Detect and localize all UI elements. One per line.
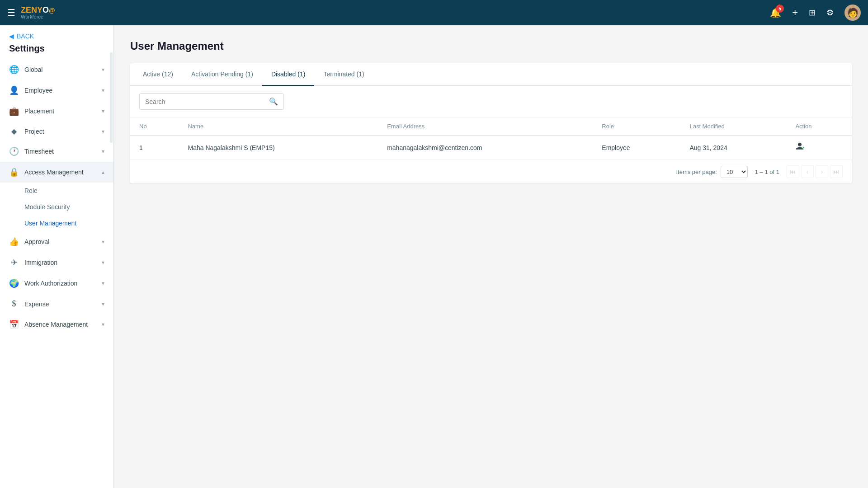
tab-active[interactable]: Active (12) <box>134 63 182 86</box>
search-input-wrapper: 🔍 <box>139 93 284 110</box>
sidebar-back-button[interactable]: ◀ BACK <box>0 25 113 42</box>
sidebar-label-global: Global <box>24 66 96 73</box>
sidebar-label-placement: Placement <box>24 108 96 115</box>
sidebar-label-work-authorization: Work Authorization <box>24 280 96 287</box>
sidebar-label-timesheet: Timesheet <box>24 148 96 155</box>
chevron-down-icon: ▾ <box>102 280 104 286</box>
page-title: User Management <box>130 40 852 52</box>
cell-last-modified: Aug 31, 2024 <box>680 136 786 160</box>
back-label: BACK <box>17 33 34 40</box>
employee-icon: 👤 <box>9 85 19 95</box>
sidebar-item-immigration[interactable]: ✈ Immigration ▾ <box>0 252 113 273</box>
work-authorization-icon: 🌍 <box>9 278 19 288</box>
main-content: User Management Active (12) Activation P… <box>114 25 868 488</box>
sidebar-item-approval[interactable]: 👍 Approval ▾ <box>0 231 113 252</box>
sidebar-item-timesheet[interactable]: 🕐 Timesheet ▾ <box>0 141 113 162</box>
col-name: Name <box>179 117 378 136</box>
back-arrow-icon: ◀ <box>9 33 14 40</box>
sidebar-label-expense: Expense <box>24 300 96 308</box>
sidebar-scrollbar <box>110 52 113 143</box>
immigration-icon: ✈ <box>9 258 19 267</box>
sidebar-item-module-security[interactable]: Module Security <box>24 199 113 215</box>
tab-terminated[interactable]: Terminated (1) <box>314 63 373 86</box>
settings-icon[interactable]: ⚙ <box>826 8 834 18</box>
sidebar-label-employee: Employee <box>24 87 96 94</box>
sidebar-title: Settings <box>0 42 113 59</box>
chevron-down-icon: ▾ <box>102 108 104 114</box>
sidebar-item-user-management[interactable]: User Management <box>24 215 113 231</box>
tab-activation-pending[interactable]: Activation Pending (1) <box>182 63 262 86</box>
sidebar-item-expense[interactable]: $ Expense ▾ <box>0 294 113 314</box>
tab-disabled[interactable]: Disabled (1) <box>262 63 314 86</box>
col-email: Email Address <box>378 117 593 136</box>
chevron-down-icon: ▾ <box>102 128 104 135</box>
timesheet-icon: 🕐 <box>9 146 19 156</box>
search-input[interactable] <box>145 98 269 105</box>
sidebar: ◀ BACK Settings 🌐 Global ▾ 👤 Employee ▾ … <box>0 25 114 488</box>
action-button[interactable] <box>795 142 804 153</box>
pagination: Items per page: 10 25 50 100 1 – 1 of 1 … <box>130 160 852 183</box>
page-info: 1 – 1 of 1 <box>755 169 779 175</box>
sidebar-item-employee[interactable]: 👤 Employee ▾ <box>0 80 113 101</box>
placement-icon: 💼 <box>9 106 19 116</box>
sidebar-item-placement[interactable]: 💼 Placement ▾ <box>0 101 113 122</box>
absence-management-icon: 📅 <box>9 319 19 329</box>
page-navigation: ⏮ ‹ › ⏭ <box>787 165 843 178</box>
logo-text: ZENYO@ <box>21 6 55 14</box>
user-activate-icon <box>795 142 804 151</box>
notification-icon[interactable]: 🔔 5 <box>770 7 781 18</box>
table-body: 1 Maha Nagalakshmi S (EMP15) mahanagalak… <box>130 136 852 160</box>
app-logo: ZENYO@ Workforce <box>21 6 55 19</box>
col-last-modified: Last Modified <box>680 117 786 136</box>
cell-no: 1 <box>130 136 179 160</box>
sidebar-label-access-management: Access Management <box>24 169 96 176</box>
items-per-page: Items per page: 10 25 50 100 <box>676 166 747 178</box>
cell-role: Employee <box>593 136 680 160</box>
user-table: No Name Email Address Role Last Modified… <box>130 117 852 160</box>
avatar[interactable]: 🧑 <box>844 5 861 21</box>
items-per-page-label: Items per page: <box>676 169 717 175</box>
sidebar-item-absence-management[interactable]: 📅 Absence Management ▾ <box>0 314 113 335</box>
sidebar-item-role[interactable]: Role <box>24 183 113 199</box>
chevron-down-icon: ▾ <box>102 66 104 73</box>
sidebar-label-approval: Approval <box>24 238 96 245</box>
approval-icon: 👍 <box>9 237 19 247</box>
top-navigation: ☰ ZENYO@ Workforce 🔔 5 + ⊞ ⚙ 🧑 <box>0 0 868 25</box>
access-management-submenu: Role Module Security User Management <box>0 183 113 231</box>
tabs: Active (12) Activation Pending (1) Disab… <box>130 63 852 86</box>
grid-icon[interactable]: ⊞ <box>809 8 816 18</box>
body: ◀ BACK Settings 🌐 Global ▾ 👤 Employee ▾ … <box>0 25 868 488</box>
sidebar-label-project: Project <box>24 128 96 135</box>
expense-icon: $ <box>9 299 19 309</box>
topnav-left: ☰ ZENYO@ Workforce <box>7 6 55 19</box>
sidebar-item-global[interactable]: 🌐 Global ▾ <box>0 59 113 80</box>
chevron-down-icon: ▾ <box>102 259 104 266</box>
project-icon: ◆ <box>9 127 19 136</box>
notification-badge: 5 <box>776 5 784 13</box>
cell-name: Maha Nagalakshmi S (EMP15) <box>179 136 378 160</box>
topnav-right: 🔔 5 + ⊞ ⚙ 🧑 <box>770 5 861 21</box>
sidebar-item-access-management[interactable]: 🔒 Access Management ▴ <box>0 162 113 183</box>
search-bar: 🔍 <box>130 86 852 117</box>
sidebar-item-work-authorization[interactable]: 🌍 Work Authorization ▾ <box>0 273 113 294</box>
sidebar-item-project[interactable]: ◆ Project ▾ <box>0 122 113 141</box>
search-icon: 🔍 <box>269 97 278 106</box>
add-icon[interactable]: + <box>792 7 798 19</box>
chevron-down-icon: ▾ <box>102 321 104 328</box>
sidebar-label-absence-management: Absence Management <box>24 321 96 328</box>
first-page-button[interactable]: ⏮ <box>787 165 799 178</box>
sidebar-label-immigration: Immigration <box>24 259 96 266</box>
col-no: No <box>130 117 179 136</box>
user-management-card: Active (12) Activation Pending (1) Disab… <box>130 63 852 183</box>
hamburger-menu-icon[interactable]: ☰ <box>7 7 15 18</box>
table-header: No Name Email Address Role Last Modified… <box>130 117 852 136</box>
chevron-down-icon: ▾ <box>102 87 104 94</box>
col-role: Role <box>593 117 680 136</box>
items-per-page-select[interactable]: 10 25 50 100 <box>721 166 748 178</box>
col-action: Action <box>786 117 852 136</box>
next-page-button[interactable]: › <box>816 165 828 178</box>
prev-page-button[interactable]: ‹ <box>801 165 814 178</box>
cell-action <box>786 136 852 160</box>
last-page-button[interactable]: ⏭ <box>830 165 843 178</box>
chevron-down-icon: ▾ <box>102 148 104 155</box>
